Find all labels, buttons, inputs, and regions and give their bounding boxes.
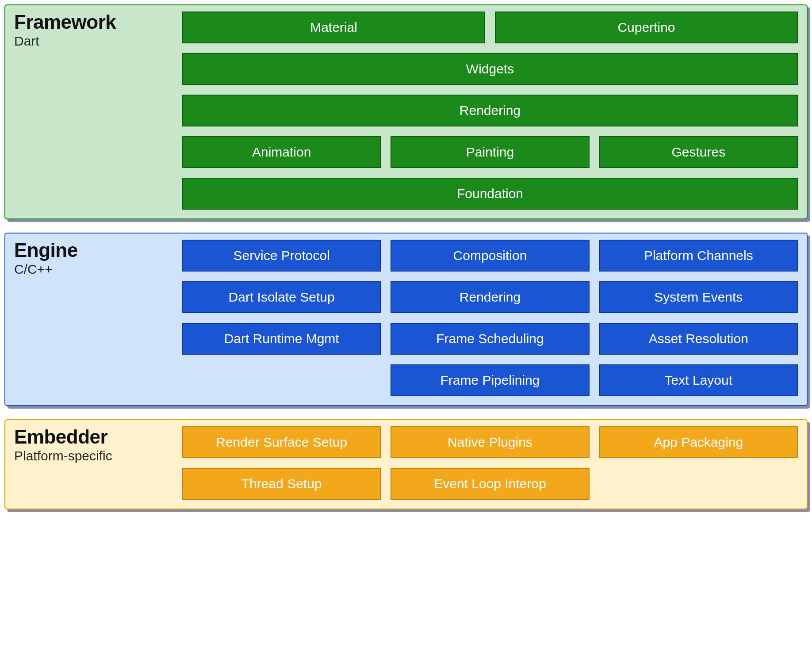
framework-header: Framework Dart — [14, 11, 182, 210]
engine-system-events: System Events — [599, 281, 798, 313]
framework-rendering: Rendering — [182, 95, 798, 126]
engine-title: Engine — [14, 240, 182, 261]
framework-rows: Material Cupertino Widgets Rendering Ani… — [182, 11, 798, 210]
embedder-title: Embedder — [14, 426, 182, 448]
engine-frame-pipelining: Frame Pipelining — [391, 364, 589, 396]
engine-subtitle: C/C++ — [14, 262, 182, 277]
embedder-render-surface-setup: Render Surface Setup — [182, 426, 381, 458]
embedder-rows: Render Surface Setup Native Plugins App … — [182, 426, 798, 500]
embedder-subtitle: Platform-specific — [14, 448, 182, 463]
engine-rendering: Rendering — [391, 281, 589, 313]
engine-dart-isolate-setup: Dart Isolate Setup — [182, 281, 381, 313]
framework-material: Material — [182, 11, 485, 43]
embedder-thread-setup: Thread Setup — [182, 468, 381, 500]
embedder-app-packaging: App Packaging — [599, 426, 798, 458]
framework-title: Framework — [14, 11, 182, 33]
engine-composition: Composition — [391, 240, 589, 272]
embedder-layer: Embedder Platform-specific Render Surfac… — [4, 419, 808, 509]
engine-rows: Service Protocol Composition Platform Ch… — [182, 240, 798, 396]
engine-header: Engine C/C++ — [14, 240, 182, 396]
framework-gestures: Gestures — [599, 136, 798, 168]
framework-cupertino: Cupertino — [495, 11, 798, 43]
framework-widgets: Widgets — [182, 53, 798, 85]
engine-layer: Engine C/C++ Service Protocol Compositio… — [4, 233, 808, 406]
framework-subtitle: Dart — [14, 34, 182, 49]
framework-foundation: Foundation — [182, 178, 798, 210]
engine-frame-scheduling: Frame Scheduling — [391, 323, 589, 355]
embedder-header: Embedder Platform-specific — [14, 426, 182, 500]
embedder-event-loop-interop: Event Loop Interop — [391, 468, 589, 500]
framework-layer: Framework Dart Material Cupertino Widget… — [4, 4, 808, 219]
engine-service-protocol: Service Protocol — [182, 240, 381, 272]
engine-platform-channels: Platform Channels — [599, 240, 798, 272]
engine-dart-runtime-mgmt: Dart Runtime Mgmt — [182, 323, 381, 355]
engine-text-layout: Text Layout — [599, 364, 798, 396]
framework-animation: Animation — [182, 136, 381, 168]
engine-asset-resolution: Asset Resolution — [599, 323, 798, 355]
framework-painting: Painting — [391, 136, 589, 168]
embedder-native-plugins: Native Plugins — [391, 426, 589, 458]
